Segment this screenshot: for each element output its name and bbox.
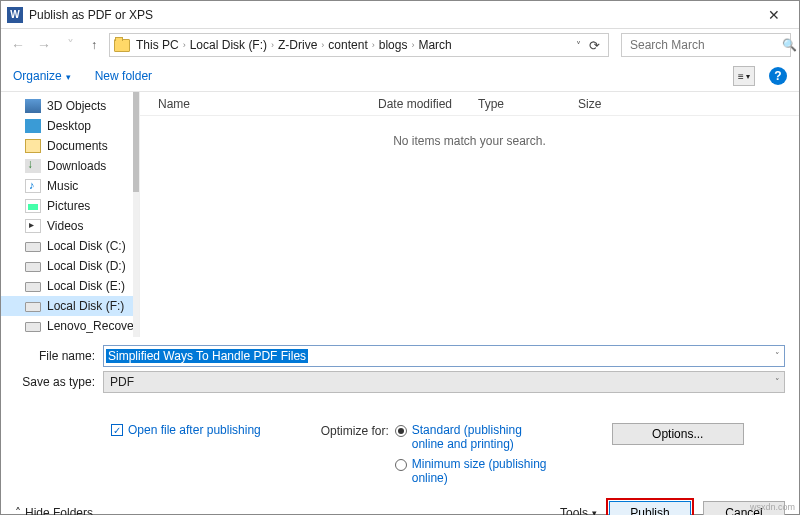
chevron-right-icon[interactable]: › (321, 40, 324, 50)
tree-item[interactable]: Pictures (1, 196, 139, 216)
tree-item-label: Desktop (47, 119, 91, 133)
back-icon[interactable]: ← (9, 37, 27, 53)
tree-item[interactable]: Local Disk (C:) (1, 236, 139, 256)
tree-item-label: Local Disk (F:) (47, 299, 124, 313)
tree-item-label: 3D Objects (47, 99, 106, 113)
dialog-footer: ˄ Hide Folders Tools ▾ Publish Cancel (1, 495, 799, 515)
col-type[interactable]: Type (478, 97, 578, 111)
search-box[interactable]: 🔍 (621, 33, 791, 57)
toolbar: Organize▾ New folder ≡▾ ? (1, 61, 799, 91)
drive-icon (25, 302, 41, 312)
3d-icon (25, 99, 41, 113)
options-button[interactable]: Options... (612, 423, 744, 445)
recent-dropdown-icon[interactable]: ˅ (61, 37, 79, 53)
col-date[interactable]: Date modified (378, 97, 478, 111)
savetype-value: PDF (110, 375, 134, 389)
column-headers: Name Date modified Type Size (140, 92, 799, 116)
organize-button[interactable]: Organize▾ (13, 69, 71, 83)
drive-icon (25, 262, 41, 272)
chevron-up-icon: ˄ (15, 506, 21, 515)
tree-item-label: Local Disk (E:) (47, 279, 125, 293)
docs-icon (25, 139, 41, 153)
breadcrumb-item[interactable]: blogs (379, 38, 408, 52)
refresh-icon[interactable]: ⟳ (585, 38, 604, 53)
tree-item-label: Local Disk (D:) (47, 259, 126, 273)
tree-item[interactable]: Local Disk (E:) (1, 276, 139, 296)
tree-item[interactable]: Local Disk (F:) (1, 296, 139, 316)
dialog-window: W Publish as PDF or XPS ✕ ← → ˅ ↑ This P… (0, 0, 800, 515)
open-after-checkbox[interactable]: ✓ Open file after publishing (111, 423, 261, 437)
radio-minimum-label: Minimum size (publishing online) (412, 457, 552, 485)
tree-item[interactable]: Lenovo_Recover (1, 316, 139, 336)
dl-icon (25, 159, 41, 173)
chevron-right-icon[interactable]: › (271, 40, 274, 50)
pic-icon (25, 199, 41, 213)
breadcrumb-item[interactable]: Z-Drive (278, 38, 317, 52)
up-icon[interactable]: ↑ (87, 38, 101, 52)
breadcrumb-item[interactable]: content (328, 38, 367, 52)
view-mode-button[interactable]: ≡▾ (733, 66, 755, 86)
close-icon[interactable]: ✕ (753, 7, 795, 23)
window-title: Publish as PDF or XPS (29, 8, 753, 22)
address-dropdown-icon[interactable]: ˅ (572, 40, 585, 51)
tree-item-label: Documents (47, 139, 108, 153)
address-bar[interactable]: This PC› Local Disk (F:)› Z-Drive› conte… (109, 33, 609, 57)
breadcrumb-item[interactable]: This PC (136, 38, 179, 52)
radio-minimum[interactable]: Minimum size (publishing online) (395, 457, 552, 485)
search-icon[interactable]: 🔍 (782, 38, 797, 52)
col-size[interactable]: Size (578, 97, 638, 111)
tree-item-label: Local Disk (C:) (47, 239, 126, 253)
savetype-label: Save as type: (15, 375, 103, 389)
radio-standard-label: Standard (publishing online and printing… (412, 423, 552, 451)
tree-item[interactable]: Documents (1, 136, 139, 156)
tree-item[interactable]: Music (1, 176, 139, 196)
col-name[interactable]: Name (158, 97, 378, 111)
folder-icon (114, 39, 130, 52)
radio-icon (395, 459, 407, 471)
tree-item[interactable]: Local Disk (D:) (1, 256, 139, 276)
filename-label: File name: (15, 349, 103, 363)
drive-icon (25, 242, 41, 252)
file-pane: Name Date modified Type Size No items ma… (139, 92, 799, 337)
chevron-down-icon: ▾ (66, 72, 71, 82)
empty-message: No items match your search. (140, 134, 799, 148)
filename-input[interactable]: Simplified Ways To Handle PDF Files ˅ (103, 345, 785, 367)
publish-options: ✓ Open file after publishing Optimize fo… (1, 405, 799, 495)
drive-icon (25, 322, 41, 332)
tree-item[interactable]: Downloads (1, 156, 139, 176)
savetype-input[interactable]: PDF ˅ (103, 371, 785, 393)
open-after-label: Open file after publishing (128, 423, 261, 437)
hide-folders-button[interactable]: ˄ Hide Folders (15, 506, 93, 515)
chevron-right-icon[interactable]: › (411, 40, 414, 50)
tree-item-label: Downloads (47, 159, 106, 173)
tree-item-label: Lenovo_Recover (47, 319, 138, 333)
radio-standard[interactable]: Standard (publishing online and printing… (395, 423, 552, 451)
radio-icon (395, 425, 407, 437)
tree-item-label: Videos (47, 219, 83, 233)
breadcrumb-item[interactable]: March (418, 38, 451, 52)
filename-value: Simplified Ways To Handle PDF Files (106, 349, 308, 363)
titlebar: W Publish as PDF or XPS ✕ (1, 1, 799, 29)
breadcrumb-item[interactable]: Local Disk (F:) (190, 38, 267, 52)
tree-item[interactable]: 3D Objects (1, 96, 139, 116)
chevron-right-icon[interactable]: › (372, 40, 375, 50)
publish-button[interactable]: Publish (609, 501, 691, 515)
forward-icon: → (35, 37, 53, 53)
vid-icon (25, 219, 41, 233)
chevron-down-icon[interactable]: ˅ (775, 377, 780, 387)
desktop-icon (25, 119, 41, 133)
chevron-right-icon[interactable]: › (183, 40, 186, 50)
help-icon[interactable]: ? (769, 67, 787, 85)
tree-item[interactable]: Desktop (1, 116, 139, 136)
nav-tree[interactable]: 3D ObjectsDesktopDocumentsDownloadsMusic… (1, 92, 139, 337)
main-area: 3D ObjectsDesktopDocumentsDownloadsMusic… (1, 91, 799, 337)
drive-icon (25, 282, 41, 292)
tools-dropdown[interactable]: Tools ▾ (560, 506, 597, 515)
new-folder-button[interactable]: New folder (95, 69, 152, 83)
chevron-down-icon[interactable]: ˅ (775, 351, 780, 361)
tree-item-label: Music (47, 179, 78, 193)
checkbox-icon: ✓ (111, 424, 123, 436)
search-input[interactable] (628, 37, 782, 53)
music-icon (25, 179, 41, 193)
tree-item[interactable]: Videos (1, 216, 139, 236)
